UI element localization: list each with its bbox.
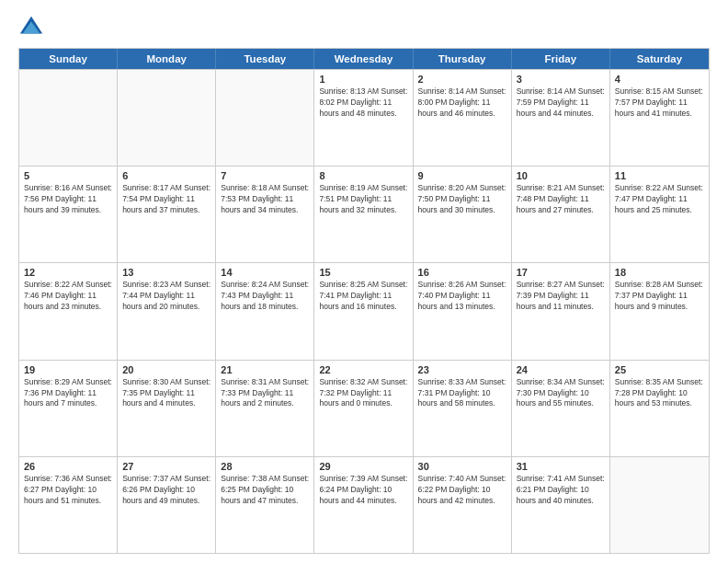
day-cell-29: 29Sunrise: 7:39 AM Sunset: 6:24 PM Dayli… <box>314 457 413 553</box>
day-number: 25 <box>615 364 704 375</box>
day-cell-9: 9Sunrise: 8:20 AM Sunset: 7:50 PM Daylig… <box>414 167 512 262</box>
day-cell-14: 14Sunrise: 8:24 AM Sunset: 7:43 PM Dayli… <box>216 263 314 359</box>
day-cell-6: 6Sunrise: 8:17 AM Sunset: 7:54 PM Daylig… <box>118 167 216 262</box>
day-number: 28 <box>221 461 309 472</box>
day-info: Sunrise: 7:38 AM Sunset: 6:25 PM Dayligh… <box>221 474 309 507</box>
day-number: 7 <box>221 170 309 181</box>
day-cell-5: 5Sunrise: 8:16 AM Sunset: 7:56 PM Daylig… <box>19 167 118 262</box>
weekday-header-wednesday: Wednesday <box>314 49 413 69</box>
day-cell-24: 24Sunrise: 8:34 AM Sunset: 7:30 PM Dayli… <box>512 361 610 456</box>
calendar-row-2: 5Sunrise: 8:16 AM Sunset: 7:56 PM Daylig… <box>19 166 709 262</box>
day-info: Sunrise: 8:22 AM Sunset: 7:47 PM Dayligh… <box>615 183 704 216</box>
day-info: Sunrise: 8:13 AM Sunset: 8:02 PM Dayligh… <box>319 86 407 120</box>
day-info: Sunrise: 8:14 AM Sunset: 7:59 PM Dayligh… <box>517 86 605 120</box>
empty-cell <box>19 70 118 166</box>
day-info: Sunrise: 8:14 AM Sunset: 8:00 PM Dayligh… <box>418 86 506 120</box>
day-cell-12: 12Sunrise: 8:22 AM Sunset: 7:46 PM Dayli… <box>19 263 118 359</box>
day-number: 21 <box>221 364 309 375</box>
day-number: 1 <box>319 74 407 85</box>
day-cell-3: 3Sunrise: 8:14 AM Sunset: 7:59 PM Daylig… <box>512 70 610 166</box>
calendar-row-4: 19Sunrise: 8:29 AM Sunset: 7:36 PM Dayli… <box>19 360 709 456</box>
day-info: Sunrise: 8:22 AM Sunset: 7:46 PM Dayligh… <box>24 280 112 313</box>
day-number: 26 <box>24 461 112 472</box>
day-info: Sunrise: 8:35 AM Sunset: 7:28 PM Dayligh… <box>615 377 704 410</box>
day-cell-31: 31Sunrise: 7:41 AM Sunset: 6:21 PM Dayli… <box>512 457 610 553</box>
day-info: Sunrise: 8:31 AM Sunset: 7:33 PM Dayligh… <box>221 377 309 410</box>
day-number: 12 <box>24 267 112 278</box>
calendar-row-1: 1Sunrise: 8:13 AM Sunset: 8:02 PM Daylig… <box>19 69 709 166</box>
day-number: 22 <box>319 364 407 375</box>
weekday-header-saturday: Saturday <box>610 49 709 69</box>
day-number: 4 <box>615 74 704 85</box>
day-cell-10: 10Sunrise: 8:21 AM Sunset: 7:48 PM Dayli… <box>512 167 610 262</box>
day-info: Sunrise: 8:19 AM Sunset: 7:51 PM Dayligh… <box>319 183 407 216</box>
header <box>18 15 710 40</box>
day-number: 14 <box>221 267 309 278</box>
empty-cell <box>216 70 314 166</box>
day-cell-1: 1Sunrise: 8:13 AM Sunset: 8:02 PM Daylig… <box>314 70 413 166</box>
day-number: 5 <box>24 170 112 181</box>
day-info: Sunrise: 8:26 AM Sunset: 7:40 PM Dayligh… <box>418 280 506 313</box>
day-number: 15 <box>319 267 407 278</box>
day-info: Sunrise: 7:37 AM Sunset: 6:26 PM Dayligh… <box>122 474 210 507</box>
day-number: 24 <box>517 364 605 375</box>
day-number: 30 <box>418 461 506 472</box>
day-info: Sunrise: 8:24 AM Sunset: 7:43 PM Dayligh… <box>221 280 309 313</box>
day-info: Sunrise: 7:36 AM Sunset: 6:27 PM Dayligh… <box>24 474 112 507</box>
day-info: Sunrise: 8:16 AM Sunset: 7:56 PM Dayligh… <box>24 183 112 216</box>
day-info: Sunrise: 8:33 AM Sunset: 7:31 PM Dayligh… <box>418 377 506 410</box>
day-number: 2 <box>418 74 506 85</box>
empty-cell <box>610 457 709 553</box>
day-info: Sunrise: 8:21 AM Sunset: 7:48 PM Dayligh… <box>517 183 605 216</box>
day-info: Sunrise: 8:15 AM Sunset: 7:57 PM Dayligh… <box>615 86 704 120</box>
day-number: 27 <box>122 461 210 472</box>
day-info: Sunrise: 7:41 AM Sunset: 6:21 PM Dayligh… <box>517 474 605 507</box>
day-number: 16 <box>418 267 506 278</box>
day-info: Sunrise: 8:20 AM Sunset: 7:50 PM Dayligh… <box>418 183 506 216</box>
weekday-header-friday: Friday <box>512 49 610 69</box>
day-cell-27: 27Sunrise: 7:37 AM Sunset: 6:26 PM Dayli… <box>118 457 216 553</box>
calendar-row-3: 12Sunrise: 8:22 AM Sunset: 7:46 PM Dayli… <box>19 262 709 359</box>
day-number: 9 <box>418 170 506 181</box>
day-cell-7: 7Sunrise: 8:18 AM Sunset: 7:53 PM Daylig… <box>216 167 314 262</box>
calendar-body: 1Sunrise: 8:13 AM Sunset: 8:02 PM Daylig… <box>19 69 709 553</box>
day-cell-30: 30Sunrise: 7:40 AM Sunset: 6:22 PM Dayli… <box>414 457 512 553</box>
day-cell-18: 18Sunrise: 8:28 AM Sunset: 7:37 PM Dayli… <box>610 263 709 359</box>
empty-cell <box>118 70 216 166</box>
day-cell-19: 19Sunrise: 8:29 AM Sunset: 7:36 PM Dayli… <box>19 361 118 456</box>
day-number: 31 <box>517 461 605 472</box>
calendar: SundayMondayTuesdayWednesdayThursdayFrid… <box>18 48 710 554</box>
weekday-header-monday: Monday <box>118 49 216 69</box>
calendar-header: SundayMondayTuesdayWednesdayThursdayFrid… <box>19 49 709 69</box>
day-number: 10 <box>517 170 605 181</box>
day-number: 6 <box>122 170 210 181</box>
day-cell-4: 4Sunrise: 8:15 AM Sunset: 7:57 PM Daylig… <box>610 70 709 166</box>
day-number: 20 <box>122 364 210 375</box>
day-info: Sunrise: 8:32 AM Sunset: 7:32 PM Dayligh… <box>319 377 407 410</box>
day-info: Sunrise: 8:18 AM Sunset: 7:53 PM Dayligh… <box>221 183 309 216</box>
calendar-row-5: 26Sunrise: 7:36 AM Sunset: 6:27 PM Dayli… <box>19 456 709 553</box>
day-number: 23 <box>418 364 506 375</box>
logo-icon <box>18 15 44 40</box>
day-cell-2: 2Sunrise: 8:14 AM Sunset: 8:00 PM Daylig… <box>414 70 512 166</box>
day-info: Sunrise: 8:28 AM Sunset: 7:37 PM Dayligh… <box>615 280 704 313</box>
day-info: Sunrise: 8:30 AM Sunset: 7:35 PM Dayligh… <box>122 377 210 410</box>
day-cell-25: 25Sunrise: 8:35 AM Sunset: 7:28 PM Dayli… <box>610 361 709 456</box>
day-number: 17 <box>517 267 605 278</box>
day-info: Sunrise: 8:17 AM Sunset: 7:54 PM Dayligh… <box>122 183 210 216</box>
day-info: Sunrise: 7:39 AM Sunset: 6:24 PM Dayligh… <box>319 474 407 507</box>
day-cell-23: 23Sunrise: 8:33 AM Sunset: 7:31 PM Dayli… <box>414 361 512 456</box>
day-number: 29 <box>319 461 407 472</box>
logo <box>18 15 48 40</box>
day-info: Sunrise: 8:27 AM Sunset: 7:39 PM Dayligh… <box>517 280 605 313</box>
day-number: 3 <box>517 74 605 85</box>
day-cell-20: 20Sunrise: 8:30 AM Sunset: 7:35 PM Dayli… <box>118 361 216 456</box>
day-number: 13 <box>122 267 210 278</box>
weekday-header-sunday: Sunday <box>19 49 118 69</box>
day-info: Sunrise: 8:23 AM Sunset: 7:44 PM Dayligh… <box>122 280 210 313</box>
weekday-header-tuesday: Tuesday <box>216 49 314 69</box>
weekday-header-thursday: Thursday <box>414 49 512 69</box>
day-cell-11: 11Sunrise: 8:22 AM Sunset: 7:47 PM Dayli… <box>610 167 709 262</box>
day-number: 19 <box>24 364 112 375</box>
day-number: 18 <box>615 267 704 278</box>
